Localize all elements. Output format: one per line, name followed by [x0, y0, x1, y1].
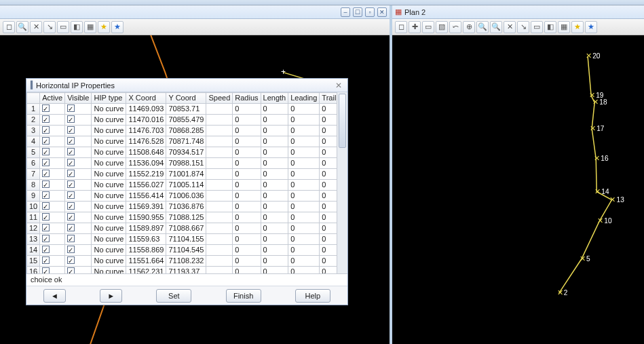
- length-cell[interactable]: 0: [261, 267, 288, 274]
- active-cell[interactable]: [40, 115, 65, 126]
- radius-cell[interactable]: 0: [233, 191, 261, 202]
- checkbox-icon[interactable]: [42, 213, 50, 221]
- length-cell[interactable]: 0: [261, 104, 288, 115]
- radius-cell[interactable]: 0: [233, 212, 261, 223]
- col-header-y-coord[interactable]: Y Coord: [166, 93, 206, 104]
- table-row[interactable]: 16No curve11562.23171193.370000: [27, 267, 337, 274]
- trailing-cell[interactable]: 0: [320, 158, 337, 169]
- toolbar-button-8[interactable]: ★: [111, 21, 124, 33]
- y-coord-cell[interactable]: 71001.874: [166, 169, 206, 180]
- toolbar-button-2[interactable]: ✕: [30, 21, 42, 33]
- checkbox-icon[interactable]: [42, 170, 50, 177]
- leading-cell[interactable]: 0: [288, 256, 320, 267]
- trailing-cell[interactable]: 0: [320, 212, 337, 223]
- checkbox-icon[interactable]: [67, 104, 75, 112]
- visible-cell[interactable]: [65, 180, 92, 191]
- x-coord-cell[interactable]: 11551.664: [126, 256, 166, 267]
- radius-cell[interactable]: 0: [233, 169, 261, 180]
- trailing-cell[interactable]: 0: [320, 234, 337, 245]
- hip-type-cell[interactable]: No curve: [92, 169, 126, 180]
- checkbox-icon[interactable]: [42, 202, 50, 210]
- x-coord-cell[interactable]: 11508.648: [126, 147, 166, 158]
- vertical-scrollbar[interactable]: [337, 92, 347, 273]
- leading-cell[interactable]: 0: [288, 126, 320, 136]
- visible-cell[interactable]: [65, 234, 92, 245]
- next-button[interactable]: ►: [100, 289, 122, 303]
- col-header-length[interactable]: Length: [261, 93, 288, 104]
- trailing-cell[interactable]: 0: [320, 136, 337, 147]
- toolbar-button-5[interactable]: ⊕: [463, 21, 475, 33]
- active-cell[interactable]: [40, 180, 65, 191]
- checkbox-icon[interactable]: [42, 159, 50, 166]
- checkbox-icon[interactable]: [67, 213, 75, 221]
- trailing-cell[interactable]: 0: [320, 245, 337, 256]
- speed-cell[interactable]: [206, 202, 233, 212]
- length-cell[interactable]: 0: [261, 245, 288, 256]
- y-coord-cell[interactable]: 70988.151: [166, 158, 206, 169]
- toolbar-button-3[interactable]: ▧: [436, 21, 448, 33]
- minimize-icon[interactable]: –: [341, 7, 350, 17]
- table-row[interactable]: 10No curve11569.39171036.8760000: [27, 202, 337, 212]
- leading-cell[interactable]: 0: [288, 245, 320, 256]
- visible-cell[interactable]: [65, 147, 92, 158]
- col-header-leading[interactable]: Leading: [288, 93, 320, 104]
- speed-cell[interactable]: [206, 147, 233, 158]
- visible-cell[interactable]: [65, 191, 92, 202]
- y-coord-cell[interactable]: 71006.036: [166, 191, 206, 202]
- y-coord-cell[interactable]: 71104.545: [166, 245, 206, 256]
- table-row[interactable]: 8No curve11556.02771005.1140000: [27, 180, 337, 191]
- toolbar-button-7[interactable]: 🔍: [490, 21, 502, 33]
- length-cell[interactable]: 0: [261, 234, 288, 245]
- x-coord-cell[interactable]: 11476.528: [126, 136, 166, 147]
- visible-cell[interactable]: [65, 126, 92, 136]
- toolbar-button-1[interactable]: 🔍: [16, 21, 29, 33]
- length-cell[interactable]: 0: [261, 158, 288, 169]
- checkbox-icon[interactable]: [67, 246, 75, 253]
- checkbox-icon[interactable]: [42, 126, 50, 134]
- radius-cell[interactable]: 0: [233, 234, 261, 245]
- hip-type-cell[interactable]: No curve: [92, 136, 126, 147]
- speed-cell[interactable]: [206, 256, 233, 267]
- active-cell[interactable]: [40, 245, 65, 256]
- hip-type-cell[interactable]: No curve: [92, 256, 126, 267]
- checkbox-icon[interactable]: [67, 256, 75, 264]
- col-header-hip-type[interactable]: HIP type: [92, 93, 126, 104]
- row-index[interactable]: 2: [27, 115, 40, 126]
- y-coord-cell[interactable]: 71036.876: [166, 202, 206, 212]
- checkbox-icon[interactable]: [42, 191, 50, 199]
- row-index[interactable]: 7: [27, 169, 40, 180]
- table-row[interactable]: 4No curve11476.52870871.7480000: [27, 136, 337, 147]
- leading-cell[interactable]: 0: [288, 136, 320, 147]
- leading-cell[interactable]: 0: [288, 158, 320, 169]
- row-index[interactable]: 5: [27, 147, 40, 158]
- visible-cell[interactable]: [65, 245, 92, 256]
- leading-cell[interactable]: 0: [288, 191, 320, 202]
- table-row[interactable]: 2No curve11470.01670855.4790000: [27, 115, 337, 126]
- checkbox-icon[interactable]: [67, 126, 75, 134]
- length-cell[interactable]: 0: [261, 202, 288, 212]
- close-icon[interactable]: ✕: [334, 81, 343, 90]
- length-cell[interactable]: 0: [261, 180, 288, 191]
- set-button[interactable]: Set: [156, 289, 191, 303]
- active-cell[interactable]: [40, 234, 65, 245]
- col-header-speed[interactable]: Speed: [206, 93, 233, 104]
- checkbox-icon[interactable]: [67, 115, 75, 123]
- row-index[interactable]: 14: [27, 245, 40, 256]
- maximize-icon[interactable]: ☐: [353, 7, 362, 17]
- length-cell[interactable]: 0: [261, 126, 288, 136]
- length-cell[interactable]: 0: [261, 136, 288, 147]
- checkbox-icon[interactable]: [67, 148, 75, 155]
- y-coord-cell[interactable]: 71193.37: [166, 267, 206, 274]
- speed-cell[interactable]: [206, 136, 233, 147]
- y-coord-cell[interactable]: 70853.71: [166, 104, 206, 115]
- col-header-visible[interactable]: Visible: [65, 93, 92, 104]
- visible-cell[interactable]: [65, 202, 92, 212]
- checkbox-icon[interactable]: [67, 235, 75, 242]
- speed-cell[interactable]: [206, 234, 233, 245]
- table-row[interactable]: 1No curve11469.09370853.710000: [27, 104, 337, 115]
- leading-cell[interactable]: 0: [288, 104, 320, 115]
- toolbar-button-14[interactable]: ★: [585, 21, 597, 33]
- checkbox-icon[interactable]: [42, 235, 50, 242]
- length-cell[interactable]: 0: [261, 256, 288, 267]
- speed-cell[interactable]: [206, 191, 233, 202]
